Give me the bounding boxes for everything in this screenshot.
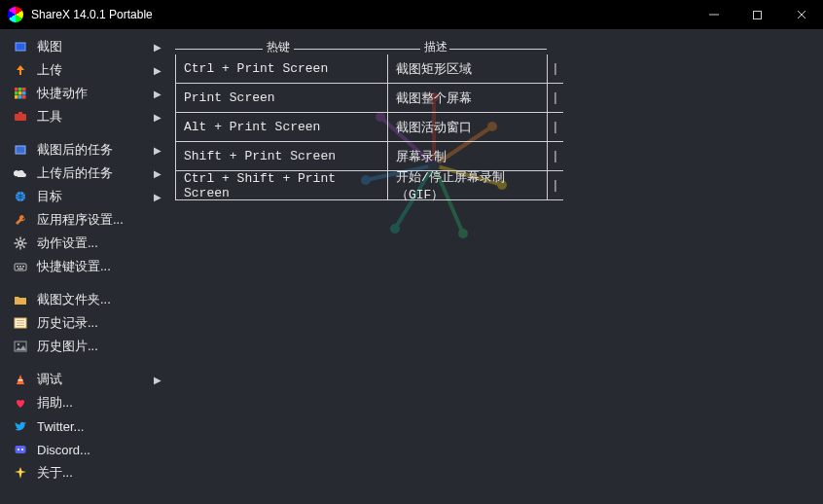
svg-rect-32 [18, 269, 23, 270]
maximize-button[interactable] [735, 0, 779, 29]
svg-rect-21 [24, 242, 27, 244]
app-window: ShareX 14.0.1 Portable 截图▶上传▶快捷动作▶工具▶截图后… [0, 0, 823, 504]
image-history-icon [12, 340, 29, 353]
sidebar-item-label: 历史图片... [37, 338, 98, 355]
svg-rect-40 [16, 446, 26, 453]
heart-icon [12, 396, 29, 410]
sidebar-item-label: 快捷动作 [37, 85, 88, 102]
apps-icon [12, 87, 29, 100]
sidebar-item[interactable]: 截图文件夹... [0, 288, 171, 311]
sidebar-item-label: 目标 [37, 188, 62, 205]
header-desc-label: 描述 [422, 39, 449, 55]
svg-rect-14 [15, 114, 26, 121]
hotkey-row: Print Screen截图整个屏幕| [175, 84, 563, 113]
toolbox-icon [12, 110, 29, 124]
svg-rect-29 [17, 266, 18, 268]
hotkey-desc-cell: 开始/停止屏幕录制（GIF） [388, 171, 548, 199]
hotkey-table-header: 热键 描述 [175, 43, 563, 54]
svg-rect-19 [19, 237, 21, 240]
sidebar-item[interactable]: 动作设置... [0, 232, 171, 255]
sidebar-item[interactable]: 目标▶ [0, 185, 171, 208]
row-trailing-pipe: | [548, 178, 563, 193]
sidebar-item[interactable]: 截图▶ [0, 35, 171, 58]
chevron-right-icon: ▶ [154, 192, 163, 202]
svg-rect-1 [754, 11, 762, 18]
sidebar-item[interactable]: 快捷动作▶ [0, 82, 171, 105]
history-icon [12, 316, 29, 330]
sidebar-item[interactable]: 应用程序设置... [0, 208, 171, 232]
after-capture-icon [12, 143, 29, 157]
gear-icon [12, 236, 29, 250]
hotkey-row: Alt + Print Screen截图活动窗口| [175, 113, 563, 142]
chevron-right-icon: ▶ [154, 112, 163, 123]
svg-rect-31 [22, 266, 24, 268]
sidebar-item-label: 上传 [37, 61, 62, 79]
hotkey-cell: Shift + Print Screen [176, 142, 388, 170]
svg-rect-16 [16, 146, 25, 154]
svg-point-27 [19, 242, 21, 244]
svg-rect-10 [22, 91, 26, 95]
minimize-button[interactable] [692, 0, 735, 29]
hotkey-desc-cell: 截图整个屏幕 [388, 84, 548, 112]
chevron-right-icon: ▶ [154, 145, 163, 156]
header-hotkey-label: 热键 [265, 39, 292, 55]
svg-rect-24 [16, 245, 18, 248]
hotkey-cell: Print Screen [176, 84, 388, 112]
row-trailing-pipe: | [548, 90, 563, 105]
svg-rect-15 [18, 112, 22, 115]
svg-rect-11 [15, 95, 18, 99]
sidebar-item-label: 快捷键设置... [37, 258, 111, 275]
svg-point-38 [18, 343, 19, 345]
hotkey-cell: Ctrl + Print Screen [176, 54, 388, 83]
sidebar-item[interactable]: 工具▶ [0, 105, 171, 128]
sidebar-item[interactable]: 截图后的任务▶ [0, 138, 171, 162]
sidebar-item-label: 捐助... [37, 394, 73, 412]
sidebar-item[interactable]: Twitter... [0, 414, 171, 438]
sidebar-item-label: 截图文件夹... [37, 291, 111, 308]
sidebar-item-label: 历史记录... [37, 314, 98, 332]
folder-icon [12, 293, 29, 306]
keyboard-icon [12, 260, 29, 273]
discord-icon [12, 443, 29, 456]
chevron-right-icon: ▶ [154, 65, 163, 76]
svg-rect-26 [16, 238, 18, 241]
svg-rect-23 [19, 247, 21, 250]
svg-rect-20 [22, 238, 25, 241]
debug-icon [12, 373, 29, 386]
sidebar-item[interactable]: 历史图片... [0, 335, 171, 358]
sidebar-item[interactable]: 捐助... [0, 391, 171, 414]
about-icon [12, 466, 29, 480]
upload-icon [12, 63, 29, 77]
hotkey-cell: Ctrl + Shift + Print Screen [176, 171, 388, 199]
hotkey-desc-cell: 屏幕录制 [388, 142, 548, 170]
sidebar-item[interactable]: 历史记录... [0, 311, 171, 335]
sidebar-item[interactable]: Discord... [0, 438, 171, 461]
hotkey-row: Shift + Print Screen屏幕录制| [175, 142, 563, 171]
hotkey-row: Ctrl + Shift + Print Screen开始/停止屏幕录制（GIF… [175, 171, 563, 200]
svg-rect-30 [19, 266, 21, 268]
hotkey-table: 热键 描述 Ctrl + Print Screen截图矩形区域|Print Sc… [175, 43, 563, 200]
hotkey-desc-cell: 截图活动窗口 [388, 113, 548, 141]
close-button[interactable] [779, 0, 823, 29]
chevron-right-icon: ▶ [154, 375, 163, 385]
svg-rect-7 [22, 88, 26, 91]
svg-rect-22 [22, 245, 25, 248]
titlebar[interactable]: ShareX 14.0.1 Portable [0, 0, 823, 29]
sidebar-item-label: 应用程序设置... [37, 211, 124, 229]
app-icon [8, 7, 23, 22]
sidebar-item[interactable]: 上传▶ [0, 58, 171, 82]
sidebar-item-label: 截图后的任务 [37, 141, 113, 159]
sidebar-item-label: 工具 [37, 108, 62, 126]
svg-point-42 [21, 449, 23, 450]
svg-rect-9 [18, 91, 22, 95]
target-icon [12, 190, 29, 203]
row-trailing-pipe: | [548, 120, 563, 134]
svg-rect-6 [18, 88, 22, 91]
chevron-right-icon: ▶ [154, 42, 163, 53]
sidebar-item[interactable]: 关于... [0, 461, 171, 485]
sidebar-item[interactable]: 调试▶ [0, 368, 171, 391]
sidebar-item[interactable]: 上传后的任务▶ [0, 162, 171, 185]
sidebar-item[interactable]: 快捷键设置... [0, 255, 171, 278]
app-body: 截图▶上传▶快捷动作▶工具▶截图后的任务▶上传后的任务▶目标▶应用程序设置...… [0, 29, 823, 504]
after-upload-icon [12, 166, 29, 180]
